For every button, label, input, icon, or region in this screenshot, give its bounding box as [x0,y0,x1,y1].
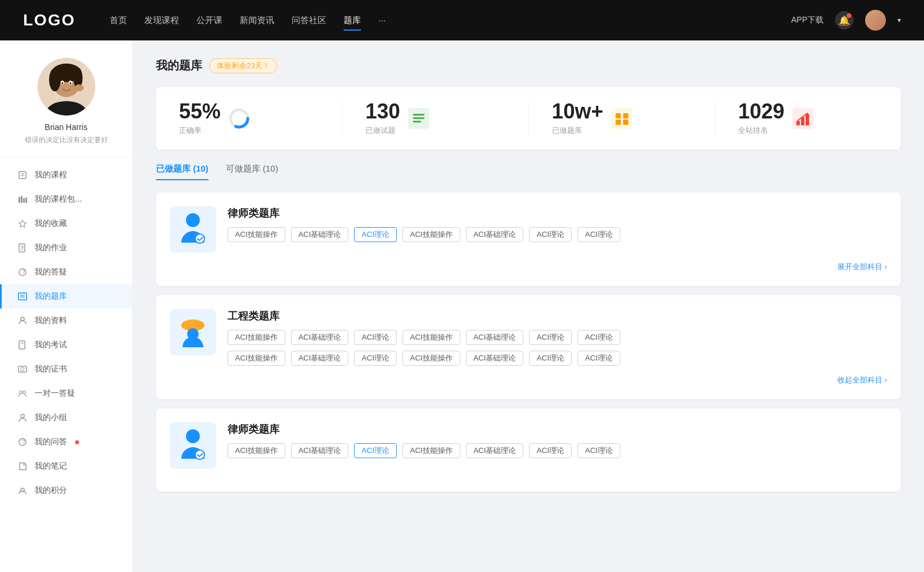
tag[interactable]: ACI理论 [529,330,572,345]
sidebar-item-coursepack[interactable]: 我的课程包... [0,187,132,211]
tag[interactable]: ACI基础理论 [466,443,524,458]
questionbank-label: 我的题库 [35,291,67,302]
sidebar-item-certificate[interactable]: 我的证书 [0,357,132,381]
stat-done-questions: 130 已做试题 [342,101,529,136]
myqa-label: 我的问答 [35,437,67,447]
tag[interactable]: ACI理论 [529,227,572,242]
stat-accuracy-value: 55% [179,101,221,122]
stat-ranking: 1029 全站排名 [715,101,901,136]
tag[interactable]: ACI理论 [529,443,572,458]
tag[interactable]: ACI理论 [578,330,620,345]
tag-active[interactable]: ACI理论 [354,443,397,458]
app-download-button[interactable]: APP下载 [791,15,824,25]
tag[interactable]: ACI技能操作 [403,351,460,366]
stat-accuracy: 55% 正确率 [156,101,342,136]
profile-data-label: 我的资料 [35,315,67,326]
tag[interactable]: ACI基础理论 [291,330,349,345]
sidebar-item-qa[interactable]: ? 我的答疑 [0,260,132,284]
nav-qa[interactable]: 问答社区 [292,13,326,28]
svg-rect-43 [413,114,424,116]
sidebar-item-questionbank[interactable]: 我的题库 [0,284,132,309]
tag[interactable]: ACI技能操作 [403,330,460,345]
expand-lawyer-1[interactable]: 展开全部科目 › [170,262,887,272]
oneononе-icon [17,388,28,399]
tag[interactable]: ACI理论 [354,330,397,345]
qbank-icon-lawyer-2 [170,422,216,469]
nav-questionbank[interactable]: 题库 [344,13,361,28]
tag[interactable]: ACI理论 [578,227,620,242]
tag[interactable]: ACI基础理论 [466,330,524,345]
tag[interactable]: ACI基础理论 [291,443,349,458]
svg-point-10 [69,82,71,84]
tag[interactable]: ACI理论 [578,443,620,458]
exam-icon [17,340,28,350]
sidebar-item-profile[interactable]: 我的资料 [0,309,132,333]
ranking-icon [791,107,814,130]
navbar: LOGO 首页 发现课程 公开课 新闻资讯 问答社区 题库 ··· APP下载 … [0,0,924,40]
sidebar-item-points[interactable]: 我的积分 [0,478,132,503]
nav-discover[interactable]: 发现课程 [144,13,179,28]
favorites-label: 我的收藏 [35,218,67,229]
tag[interactable]: ACI技能操作 [228,443,285,458]
svg-point-35 [23,391,26,394]
qbank-title-engineer: 工程类题库 [228,309,887,323]
sidebar-item-oneononе[interactable]: 一对一答疑 [0,381,132,406]
qbank-title-lawyer-1: 律师类题库 [228,206,887,220]
certificate-label: 我的证书 [35,364,67,374]
user-dropdown-arrow[interactable]: ▾ [897,16,901,24]
mycourse-label: 我的课程 [35,170,67,180]
tag[interactable]: ACI基础理论 [291,351,349,366]
tag[interactable]: ACI技能操作 [403,443,460,458]
tag[interactable]: ACI基础理论 [466,351,524,366]
nav-links: 首页 发现课程 公开课 新闻资讯 问答社区 题库 ··· [110,13,768,28]
svg-rect-58 [184,325,202,328]
sidebar-item-homework[interactable]: 我的作业 [0,236,132,260]
done-questions-icon [407,107,430,130]
svg-point-60 [186,429,200,443]
sidebar-item-exam[interactable]: 我的考试 [0,333,132,357]
tab-done[interactable]: 已做题库 (10) [156,164,208,180]
questionbank-icon [17,291,28,302]
sidebar-item-myqa[interactable]: ? 我的问答 [0,430,132,454]
nav-home[interactable]: 首页 [110,13,127,28]
tag[interactable]: ACI基础理论 [466,227,524,242]
myqa-notification-dot [75,440,79,444]
sidebar-item-mycourse[interactable]: 我的课程 [0,163,132,187]
tag[interactable]: ACI理论 [529,351,572,366]
svg-rect-16 [21,196,23,203]
tag[interactable]: ACI技能操作 [228,227,285,242]
nav-more[interactable]: ··· [378,13,386,28]
stat-done-banks-label: 已做题库 [552,125,603,136]
sidebar-item-favorites[interactable]: 我的收藏 [0,211,132,236]
page-layout: Brian Harris 错误的决定比没有决定要好 我的课程 我的课程包... [0,40,924,572]
nav-opencourse[interactable]: 公开课 [196,13,222,28]
svg-rect-26 [18,293,27,300]
qbank-card-lawyer-1: 律师类题库 ACI技能操作 ACI基础理论 ACI理论 ACI技能操作 ACI基… [156,192,901,286]
collapse-engineer[interactable]: 收起全部科目 › [170,375,887,385]
tag[interactable]: ACI理论 [578,351,620,366]
nav-news[interactable]: 新闻资讯 [240,13,274,28]
tag[interactable]: ACI技能操作 [228,330,285,345]
sidebar-item-notes[interactable]: 我的笔记 [0,454,132,478]
qbank-icon-lawyer-1 [170,206,216,252]
user-avatar[interactable] [865,10,886,31]
svg-rect-53 [801,117,804,125]
tab-todo[interactable]: 可做题库 (10) [226,164,278,180]
stat-ranking-label: 全站排名 [738,125,784,136]
tag-active[interactable]: ACI理论 [354,227,397,242]
tag[interactable]: ACI技能操作 [228,351,285,366]
qbank-tags-engineer-row1: ACI技能操作 ACI基础理论 ACI理论 ACI技能操作 ACI基础理论 AC… [228,330,887,345]
sidebar-item-group[interactable]: 我的小组 [0,406,132,430]
tag[interactable]: ACI技能操作 [403,227,460,242]
homework-icon [17,243,28,253]
tag[interactable]: ACI基础理论 [291,227,349,242]
svg-point-33 [21,367,24,371]
qbank-tags-engineer-row2: ACI技能操作 ACI基础理论 ACI理论 ACI技能操作 ACI基础理论 AC… [228,351,887,366]
trial-badge: 体验剩余23天！ [209,58,277,73]
svg-rect-44 [413,117,424,119]
svg-point-56 [195,234,204,243]
tag[interactable]: ACI理论 [354,351,397,366]
notification-bell[interactable]: 🔔 [835,11,854,29]
svg-rect-45 [413,121,421,122]
svg-marker-19 [19,220,26,227]
